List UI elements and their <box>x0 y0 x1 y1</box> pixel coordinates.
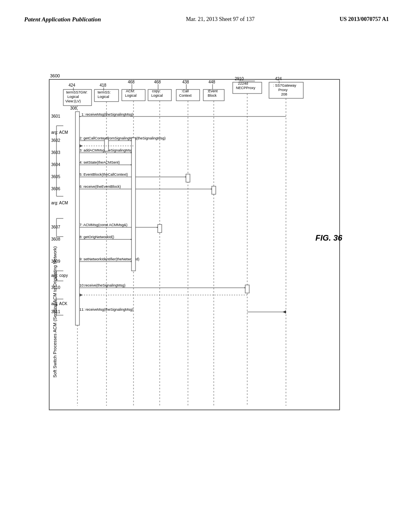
svg-text:7: ACMMsg(const ACMMsg&): 7: ACMMsg(const ACMMsg&) <box>79 223 127 227</box>
svg-text:3603: 3603 <box>51 150 60 155</box>
svg-text:1: receiveMsg(theSignalingMsg): 1: receiveMsg(theSignalingMsg) <box>81 112 133 116</box>
svg-text:Logical: Logical <box>125 94 137 98</box>
svg-marker-124 <box>79 293 83 297</box>
svg-text:2: getCallContextfromSignaling: 2: getCallContextfromSignalingMsg(theSig… <box>79 136 166 140</box>
svg-text:6: receive(theEventBlock): 6: receive(theEventBlock) <box>79 185 121 189</box>
svg-rect-116 <box>131 138 136 271</box>
svg-rect-114 <box>75 112 79 325</box>
svg-text:3602: 3602 <box>51 138 60 143</box>
svg-text:5: EventBlock(theCallContext): 5: EventBlock(theCallContext) <box>79 172 128 177</box>
svg-rect-119 <box>212 186 216 194</box>
page-header: Patent Application Publication Mar. 21, … <box>24 16 389 23</box>
svg-marker-100 <box>283 310 286 314</box>
svg-rect-120 <box>245 285 249 293</box>
svg-text:3610: 3610 <box>51 285 60 290</box>
svg-text:3611: 3611 <box>51 310 60 314</box>
diagram-wrapper: Soft Switch Processes ACM (Sending ACM t… <box>41 47 372 418</box>
publication-type: Patent Application Publication <box>24 16 101 23</box>
patent-number: US 2013/0070757 A1 <box>340 16 389 23</box>
svg-text:3607: 3607 <box>51 225 60 229</box>
svg-text:468: 468 <box>128 80 135 84</box>
svg-text:: SS7Gateway: : SS7Gateway <box>273 83 296 87</box>
svg-text:Logical: Logical <box>67 95 79 99</box>
svg-text:Logical: Logical <box>151 94 163 98</box>
svg-text:Context: Context <box>179 94 192 98</box>
svg-text:termSS7GW:: termSS7GW: <box>66 90 88 94</box>
svg-text:NECPProxy: NECPProxy <box>236 86 256 90</box>
svg-rect-115 <box>104 139 108 151</box>
svg-text:3609: 3609 <box>51 259 60 264</box>
svg-text:Proxy: Proxy <box>278 88 288 92</box>
svg-rect-0 <box>49 79 340 410</box>
patent-diagram: Soft Switch Processes ACM (Sending ACM t… <box>41 47 372 418</box>
svg-text:418: 418 <box>100 83 106 87</box>
svg-text:424: 424 <box>275 77 282 81</box>
svg-text:208: 208 <box>281 92 287 96</box>
svg-text:arg: ACK: arg: ACK <box>51 301 67 306</box>
svg-text:424: 424 <box>69 83 75 87</box>
svg-text:308: 308 <box>70 106 77 110</box>
svg-text:468: 468 <box>154 80 161 84</box>
svg-text:arg: ACM: arg: ACM <box>51 201 68 205</box>
svg-text:3600: 3600 <box>50 73 60 78</box>
svg-text:Logical: Logical <box>98 95 109 99</box>
svg-text:2910: 2910 <box>235 77 244 81</box>
svg-text:11: receiveMsg(theSignalingMsg: 11: receiveMsg(theSignalingMsg) <box>79 308 133 312</box>
svg-text:3604: 3604 <box>51 162 60 167</box>
sheet-info: Mar. 21, 2013 Sheet 97 of 137 <box>186 16 254 23</box>
svg-text:438: 438 <box>182 80 189 84</box>
svg-text:3606: 3606 <box>51 187 60 191</box>
svg-text:3601: 3601 <box>51 114 60 118</box>
svg-text:448: 448 <box>209 80 215 84</box>
svg-rect-117 <box>158 224 162 233</box>
svg-text:FIG. 36: FIG. 36 <box>315 233 343 242</box>
svg-text:3608: 3608 <box>51 237 60 241</box>
svg-text:3605: 3605 <box>51 175 60 179</box>
svg-rect-118 <box>186 174 190 182</box>
svg-text:arg: copy: arg: copy <box>51 273 68 278</box>
page: Patent Application Publication Mar. 21, … <box>0 0 413 532</box>
svg-text:termSS:: termSS: <box>98 90 111 94</box>
svg-text:Block: Block <box>208 94 217 98</box>
svg-text:8: getOrigNetworkId(): 8: getOrigNetworkId() <box>79 235 114 239</box>
svg-marker-122 <box>79 144 83 148</box>
svg-text:10:receive(theSignalingMsg): 10:receive(theSignalingMsg) <box>79 283 125 287</box>
diagram-container: Soft Switch Processes ACM (Sending ACM t… <box>24 47 389 418</box>
svg-text:4: setState(theACMSent): 4: setState(theACMSent) <box>79 160 120 164</box>
svg-text:arg: ACM: arg: ACM <box>51 130 68 135</box>
svg-text:View:(LV): View:(LV) <box>65 99 81 103</box>
svg-text:9: setNetworkIdentifier(theNet: 9: setNetworkIdentifier(theNetworkId) <box>79 257 140 261</box>
